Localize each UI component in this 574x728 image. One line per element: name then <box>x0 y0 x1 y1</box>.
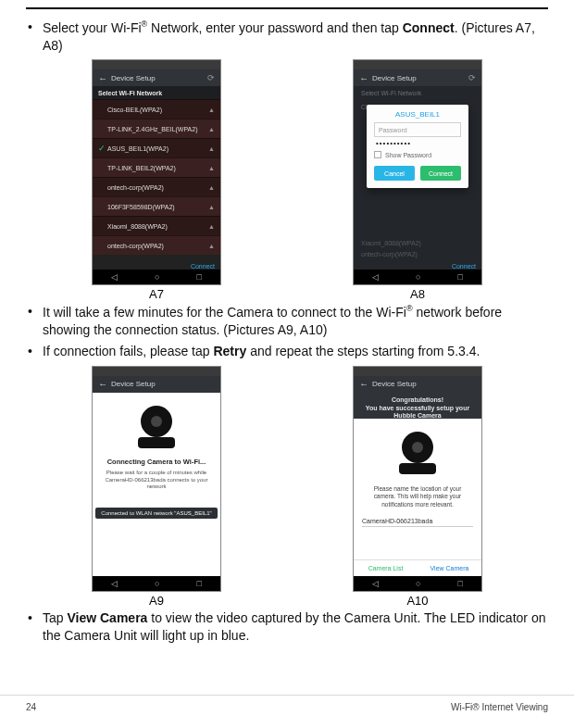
nav-recent-icon[interactable]: □ <box>197 272 202 282</box>
check-icon: ✓ <box>98 144 107 153</box>
page-number: 24 <box>26 702 36 712</box>
camera-icon <box>396 432 439 474</box>
screenshots-row-1: ← Device Setup ⟳ Select Wi-Fi Network Ci… <box>26 59 548 301</box>
nav-recent-icon[interactable]: □ <box>197 579 202 588</box>
wifi-item-selected[interactable]: ✓ASUS_BEIL1(WPA2)▲ <box>93 138 220 157</box>
caption-a10: A10 <box>406 594 428 608</box>
back-icon[interactable]: ← <box>359 73 368 83</box>
appbar-title: Device Setup <box>111 74 156 82</box>
signal-icon: ▲ <box>208 145 215 152</box>
bottom-actions: Camera List View Camera <box>354 559 481 576</box>
refresh-icon[interactable]: ⟳ <box>468 73 476 82</box>
wifi-item[interactable]: Xiaomi_8088(WPA2)▲ <box>93 216 220 235</box>
back-icon[interactable]: ← <box>98 73 107 83</box>
connect-link[interactable]: Connect <box>452 263 476 270</box>
nav-back-icon[interactable]: ◁ <box>111 272 118 282</box>
phone-a10: ← Device Setup Congratulations! You have… <box>353 366 482 592</box>
wifi-label: Xiaomi_8088(WPA2) <box>107 223 168 230</box>
signal-icon: ▲ <box>208 126 215 132</box>
wifi-label: 106F3F58598D(WPA2) <box>107 204 175 210</box>
text: Tap <box>43 610 67 625</box>
password-dialog: ASUS_BEIL1 Password •••••••••• Show Pass… <box>367 105 468 188</box>
bold-view-camera: View Camera <box>67 610 147 625</box>
wifi-label: ontech-corp(WPA2) <box>107 184 164 191</box>
section-title: Wi-Fi® Internet Viewing <box>451 702 548 712</box>
phone-a8: ← Device Setup ⟳ Select Wi-Fi Network Ci… <box>353 59 482 285</box>
view-camera-button[interactable]: View Camera <box>418 560 481 576</box>
instruction-list: Tap View Camera to view the video captur… <box>26 609 548 645</box>
app-bar: ← Device Setup ⟳ <box>354 69 481 86</box>
show-password-label: Show Password <box>385 152 431 158</box>
status-bar <box>93 60 220 69</box>
shot-a10-col: ← Device Setup Congratulations! You have… <box>353 366 482 608</box>
back-icon[interactable]: ← <box>98 379 107 389</box>
cancel-button[interactable]: Cancel <box>374 166 415 181</box>
phone-a9: ← Device Setup Connecting Camera to Wi-F… <box>92 366 221 592</box>
signal-icon: ▲ <box>208 204 215 210</box>
bold-connect: Connect <box>403 20 455 35</box>
bullet-4: Tap View Camera to view the video captur… <box>26 609 548 645</box>
wifi-item[interactable]: TP-LINK_2.4GHz_BEIL(WPA2)▲ <box>93 119 220 138</box>
nav-back-icon[interactable]: ◁ <box>111 579 118 588</box>
nav-back-icon[interactable]: ◁ <box>372 272 379 282</box>
nav-recent-icon[interactable]: □ <box>458 579 463 588</box>
camera-list-button[interactable]: Camera List <box>354 560 418 576</box>
status-bar <box>354 367 481 376</box>
screenshots-row-2: ← Device Setup Connecting Camera to Wi-F… <box>26 366 548 608</box>
text: Network, enter your password and then ta… <box>147 20 402 35</box>
text: Select your Wi-Fi <box>43 20 142 35</box>
nav-home-icon[interactable]: ○ <box>416 272 420 282</box>
wifi-item[interactable]: ontech-corp(WPA2)▲ <box>93 235 220 255</box>
reg-mark: ® <box>406 304 413 313</box>
nav-home-icon[interactable]: ○ <box>155 272 159 282</box>
camera-name-input[interactable]: CameraHD-066213bada <box>362 518 473 527</box>
appbar-title: Device Setup <box>111 380 156 388</box>
shot-a8-col: ← Device Setup ⟳ Select Wi-Fi Network Ci… <box>353 59 482 301</box>
connecting-subtitle: Please wait for a couple of minutes whil… <box>101 470 212 491</box>
faint-items-bottom: Xiaomi_8088(WPA2) ontech-corp(WPA2) <box>361 238 421 260</box>
success-body: Please name the location of your camera.… <box>354 419 481 576</box>
nav-home-icon[interactable]: ○ <box>155 579 159 588</box>
nav-recent-icon[interactable]: □ <box>458 272 463 282</box>
password-label: Password <box>379 127 407 133</box>
page-footer: 24 Wi-Fi® Internet Viewing <box>0 695 574 719</box>
connect-button[interactable]: Connect <box>420 166 461 181</box>
android-navbar: ◁ ○ □ <box>354 576 481 591</box>
wifi-item[interactable]: TP-LINK_BEIL2(WPA2)▲ <box>93 157 220 177</box>
text: and repeat the steps starting from 5.3.4… <box>246 344 480 358</box>
dialog-title: ASUS_BEIL1 <box>374 110 461 119</box>
wifi-label: TP-LINK_BEIL2(WPA2) <box>107 165 176 171</box>
wifi-item[interactable]: ontech-corp(WPA2)▲ <box>93 177 220 196</box>
wifi-item[interactable]: Cisco-BEIL(WPA2)▲ <box>93 99 220 119</box>
android-navbar: ◁ ○ □ <box>354 270 481 284</box>
show-password-checkbox[interactable]: Show Password <box>374 151 461 158</box>
shot-a7-col: ← Device Setup ⟳ Select Wi-Fi Network Ci… <box>92 59 221 301</box>
nav-back-icon[interactable]: ◁ <box>372 579 379 588</box>
bullet-3: If connection fails, please tap Retry an… <box>26 343 548 360</box>
checkbox-icon <box>374 151 381 158</box>
caption-a8: A8 <box>410 287 425 301</box>
connect-link[interactable]: Connect <box>191 263 215 270</box>
app-bar: ← Device Setup <box>354 376 481 393</box>
camera-icon <box>135 406 178 448</box>
password-field[interactable]: Password <box>374 122 461 137</box>
faint-header: Select Wi-Fi Network <box>354 86 481 100</box>
app-bar: ← Device Setup <box>93 376 220 393</box>
nav-home-icon[interactable]: ○ <box>416 579 420 588</box>
faint-item: ontech-corp(WPA2) <box>361 249 421 260</box>
phone-a7: ← Device Setup ⟳ Select Wi-Fi Network Ci… <box>92 59 221 285</box>
wifi-item[interactable]: 106F3F58598D(WPA2)▲ <box>93 196 220 216</box>
connecting-title: Connecting Camera to Wi-Fi... <box>107 458 206 466</box>
text: If connection fails, please tap <box>43 344 213 358</box>
signal-icon: ▲ <box>208 107 215 113</box>
top-rule <box>26 7 548 9</box>
bullet-2: It will take a few minutes for the Camer… <box>26 303 548 338</box>
bullet-1: Select your Wi-Fi® Network, enter your p… <box>26 19 548 54</box>
status-bar <box>354 60 481 69</box>
text: It will take a few minutes for the Camer… <box>43 305 406 320</box>
wifi-list: Cisco-BEIL(WPA2)▲ TP-LINK_2.4GHz_BEIL(WP… <box>93 99 220 255</box>
signal-icon: ▲ <box>208 165 215 171</box>
back-icon[interactable]: ← <box>359 379 368 389</box>
signal-icon: ▲ <box>208 223 215 230</box>
refresh-icon[interactable]: ⟳ <box>207 73 215 82</box>
